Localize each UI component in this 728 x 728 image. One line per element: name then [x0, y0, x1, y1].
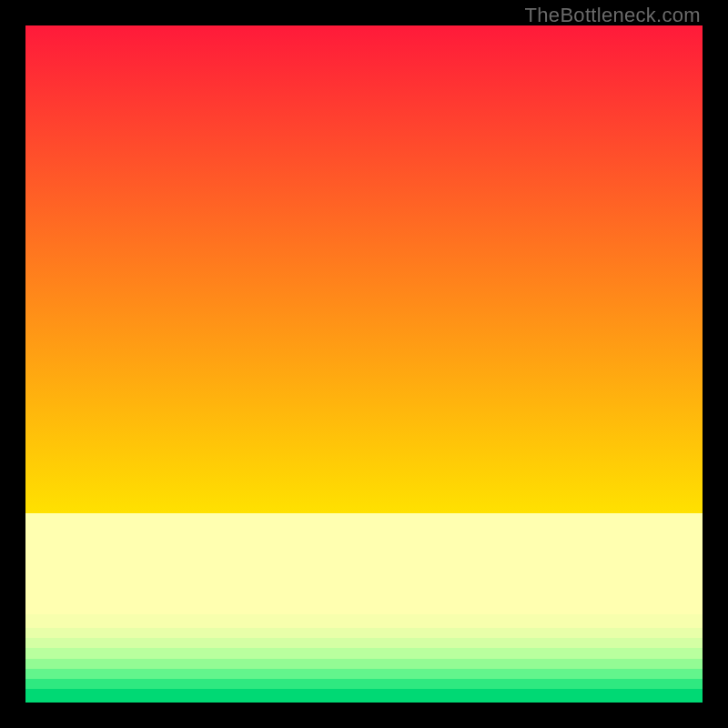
gradient-band	[25, 638, 703, 648]
gradient-band	[25, 669, 703, 679]
background-gradient	[25, 25, 703, 703]
watermark-text: TheBottleneck.com	[525, 4, 701, 27]
gradient-band	[25, 679, 703, 689]
gradient-band	[25, 689, 703, 703]
plot-area	[25, 25, 703, 703]
gradient-band	[25, 659, 703, 669]
chart-frame: TheBottleneck.com	[0, 0, 728, 728]
gradient-band	[25, 25, 703, 513]
gradient-band	[25, 614, 703, 628]
gradient-band	[25, 628, 703, 638]
gradient-band	[25, 513, 703, 615]
gradient-band	[25, 648, 703, 658]
